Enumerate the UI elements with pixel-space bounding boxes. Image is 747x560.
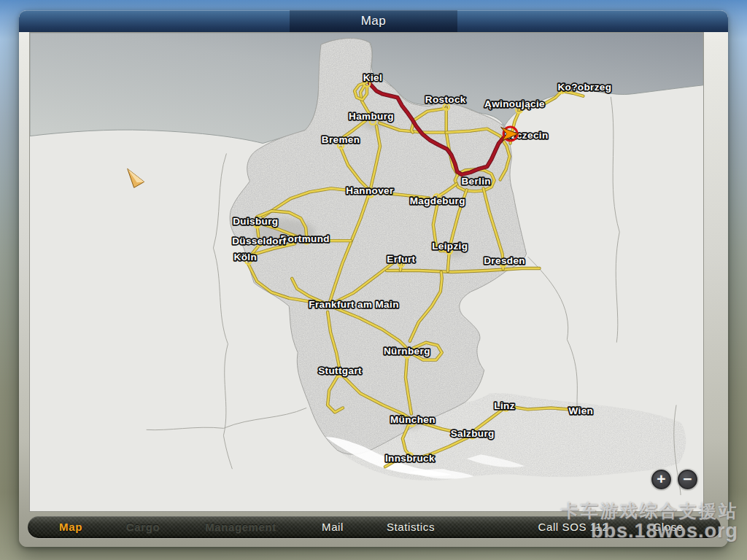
city-label[interactable]: Kiel bbox=[363, 72, 382, 83]
window-title-tab: Map bbox=[290, 10, 457, 32]
city-label[interactable]: Rostock bbox=[425, 94, 466, 105]
city-label[interactable]: Ko?obrzeg bbox=[557, 82, 611, 93]
city-label[interactable]: München bbox=[390, 414, 436, 425]
map-viewport[interactable]: KielRostockĄwinoującieKo?obrzegHamburgSz… bbox=[29, 32, 704, 512]
nav-tab-statistics[interactable]: Statistics bbox=[387, 516, 435, 538]
nav-tab-mail[interactable]: Mail bbox=[322, 516, 344, 538]
window-titlebar: Map bbox=[19, 10, 728, 32]
city-label[interactable]: Ąwinoującie bbox=[484, 98, 545, 109]
city-label[interactable]: Magdeburg bbox=[410, 195, 465, 206]
nav-close-button[interactable]: Close bbox=[653, 516, 683, 538]
city-label[interactable]: Wien bbox=[569, 405, 594, 416]
city-label[interactable]: Nürnberg bbox=[384, 346, 430, 357]
nav-tab-map[interactable]: Map bbox=[59, 516, 82, 538]
city-label[interactable]: Frankfurt am Main bbox=[309, 299, 398, 310]
city-label[interactable]: Salzburg bbox=[451, 428, 495, 439]
minus-icon: − bbox=[683, 470, 692, 487]
city-label[interactable]: Bremen bbox=[322, 134, 360, 145]
window-title: Map bbox=[361, 14, 387, 28]
map-window: Map bbox=[19, 10, 728, 547]
plus-icon: + bbox=[657, 470, 665, 487]
city-label[interactable]: Duisburg bbox=[233, 216, 278, 227]
zoom-out-button[interactable]: − bbox=[678, 470, 697, 489]
city-label[interactable]: Berlin bbox=[461, 176, 491, 187]
city-label[interactable]: Linz bbox=[494, 400, 515, 411]
city-label[interactable]: Hannover bbox=[346, 185, 394, 196]
city-label[interactable]: Erfurt bbox=[387, 254, 415, 265]
city-label[interactable]: Innsbruck bbox=[385, 453, 435, 464]
city-label[interactable]: Dresden bbox=[484, 255, 525, 266]
nav-tab-cargo[interactable]: Cargo bbox=[126, 516, 160, 538]
nav-tab-management[interactable]: Management bbox=[205, 516, 276, 538]
city-label[interactable]: Düsseldorf bbox=[232, 236, 286, 246]
nav-call-sos[interactable]: Call SOS 112 bbox=[538, 516, 609, 538]
city-label[interactable]: Dortmund bbox=[280, 233, 329, 244]
city-label[interactable]: Hamburg bbox=[349, 111, 394, 122]
germany-map[interactable]: KielRostockĄwinoującieKo?obrzegHamburgSz… bbox=[30, 33, 703, 511]
bottom-navbar: Map Cargo Management Mail Statistics Cal… bbox=[28, 516, 721, 538]
zoom-in-button[interactable]: + bbox=[651, 470, 671, 489]
city-label[interactable]: Köln bbox=[234, 252, 258, 262]
city-label[interactable]: Leipzig bbox=[432, 241, 468, 252]
city-label[interactable]: Stuttgart bbox=[318, 365, 362, 376]
